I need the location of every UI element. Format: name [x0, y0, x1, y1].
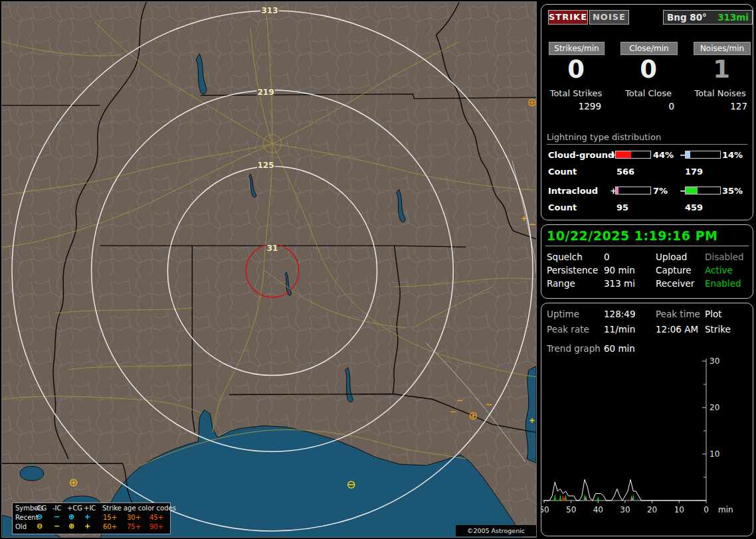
persistence-label: Persistence [547, 265, 598, 275]
total-close-value: 0 [617, 101, 674, 112]
receiver-status: Enabled [705, 278, 741, 289]
close-per-min-value: 0 [621, 55, 676, 84]
old-circle-minus-icon: ⊖ [37, 523, 43, 530]
range-value: 313 mi [604, 278, 635, 289]
bearing-range: 313mi [717, 11, 749, 24]
recent-circle-plus-icon: ⊕ [68, 514, 74, 520]
x-tick-label: 10 [674, 505, 684, 514]
trend-graph-chart: 6050403020100min102030 [541, 356, 751, 534]
upload-status: Disabled [705, 252, 744, 262]
strike-tab-button[interactable]: STRIKE [548, 10, 588, 25]
x-tick-label: 60 [541, 505, 549, 514]
intracloud-row: Intracloud + 7% − 35% [541, 186, 753, 195]
upload-label: Upload [656, 252, 687, 262]
capture-label: Capture [656, 265, 692, 275]
datetime-divider [545, 246, 749, 246]
noise-tab-button[interactable]: NOISE [589, 10, 629, 25]
total-close-label: Total Close [617, 88, 680, 98]
cg-pos-spikes [562, 495, 564, 501]
age-15: 15+ [103, 514, 117, 521]
old-minus-icon: − [54, 523, 60, 530]
x-tick-label: 0 [704, 505, 709, 514]
trend-graph-period: 60 min [604, 343, 635, 354]
trend-graph-label: Trend graph [547, 343, 601, 354]
counters-panel: STRIKE NOISE Bng 80° 313mi Strikes/min C… [541, 4, 753, 220]
ic-neg-spikes [559, 495, 561, 501]
peak-rate-label: Peak rate [547, 324, 589, 335]
capture-status: Active [705, 265, 733, 275]
y-tick-label: 20 [709, 403, 719, 412]
strikes-per-min-value: 0 [549, 55, 603, 84]
noises-per-min-chip[interactable]: Noises/min [694, 42, 751, 55]
total-noises-value: 127 [689, 101, 747, 112]
x-tick-label: 40 [593, 505, 603, 514]
x-tick-label: 30 [620, 505, 630, 514]
bearing-readout: Bng 80° 313mi [663, 10, 753, 25]
close-per-min-chip[interactable]: Close/min [620, 42, 678, 55]
ring-label-125: 125 [258, 161, 274, 170]
noises-per-min-value: 1 [694, 55, 749, 84]
peak-rate-value: 11/min [604, 324, 635, 335]
legend-header-ncg: -CG [35, 505, 47, 512]
legend-age-title: Strike age color codes [102, 505, 176, 512]
ic-minus-count: 459 [685, 202, 703, 212]
legend-row-old-label: Old [15, 524, 27, 530]
cg-minus-bar [685, 151, 721, 159]
x-tick-label: 50 [566, 505, 576, 514]
ic-plus-count: 95 [616, 202, 628, 212]
ic-minus-pct: 35% [722, 186, 743, 196]
total-strikes-label: Total Strikes [545, 88, 607, 98]
uptime-value: 128:49 [604, 309, 636, 319]
recent-circle-minus-icon: ⊖ [37, 514, 43, 520]
cg-plus-pct: 44% [653, 150, 674, 160]
cg-plus-count: 566 [616, 167, 634, 177]
ic-neg-spikes [554, 494, 556, 501]
persistence-value: 90 min [604, 265, 635, 275]
ring-label-313: 313 [262, 6, 278, 15]
ic-plus-bar [615, 187, 651, 194]
datetime-display: 10/22/2025 1:19:16 PM [547, 228, 718, 243]
ic-plus-pct: 7% [653, 186, 668, 196]
ring-label-31: 31 [267, 244, 278, 253]
legend-row-recent-label: Recent [15, 514, 39, 521]
ic-neg-spikes [597, 496, 599, 501]
age-60: 60+ [103, 524, 117, 530]
legend-header-nic: -IC [52, 505, 62, 512]
plot-mode-value: Strike [705, 324, 731, 335]
age-30: 30+ [127, 514, 141, 521]
old-circle-plus-icon: ⊕ [68, 523, 74, 530]
recent-minus-icon: − [54, 514, 60, 520]
status-panel: 10/22/2025 1:19:16 PM Squelch 0 Upload D… [541, 224, 753, 299]
range-label: Range [547, 278, 575, 289]
peak-time-value: 12:06 AM [656, 324, 698, 335]
symbols-legend: Symbols -CG -IC +CG +IC Strike age color… [12, 502, 171, 534]
count-label-2: Count [548, 202, 577, 212]
ring-label-219: 219 [258, 88, 274, 97]
cg-minus-count: 179 [685, 167, 703, 177]
circle-plus-strike-icon [529, 100, 535, 106]
peak-time-label: Peak time [656, 309, 700, 319]
age-75: 75+ [127, 524, 141, 530]
plot-mode-label: Plot [705, 309, 721, 319]
strikes-per-min-chip[interactable]: Strikes/min [549, 42, 605, 55]
legend-header-pcg: +CG [67, 505, 82, 512]
total-strikes-value: 1299 [545, 101, 601, 112]
nexstorm-window: { "map": { "ring_labels": ["313", "219",… [0, 0, 756, 539]
cg-plus-bar [615, 151, 651, 159]
distribution-title: Lightning type distribution [547, 132, 747, 145]
squelch-value: 0 [604, 252, 610, 262]
circle-plus-strike-icon [70, 479, 77, 486]
y-tick-label: 10 [709, 449, 719, 459]
copyright-notice: ©2005 Astrogenic Systems [456, 525, 536, 536]
map-canvas[interactable]: 313 219 125 31 [2, 2, 536, 537]
stats-trend-panel: Uptime 128:49 Peak time Plot Peak rate 1… [541, 303, 753, 536]
legend-header-pic: +IC [84, 505, 96, 512]
ic-neg-spikes [632, 494, 634, 501]
old-plus-icon: + [84, 523, 90, 530]
age-45: 45+ [149, 514, 163, 521]
intracloud-label: Intracloud [548, 186, 598, 196]
strike-map[interactable]: 313 219 125 31 [1, 1, 537, 538]
count-label: Count [548, 167, 577, 177]
bearing-label: Bng 80° [667, 11, 707, 24]
intracloud-count-row: Count 95 459 [541, 202, 753, 212]
